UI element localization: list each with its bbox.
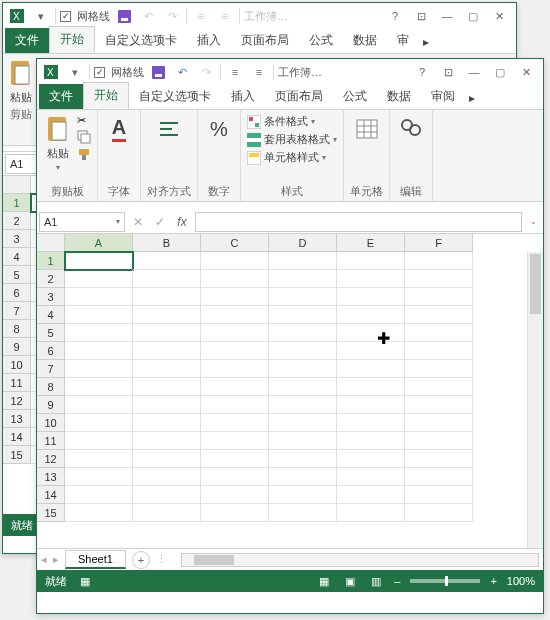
cell[interactable] <box>337 396 405 414</box>
cell[interactable] <box>65 414 133 432</box>
cell[interactable] <box>201 396 269 414</box>
cell[interactable] <box>201 306 269 324</box>
tab-home[interactable]: 开始 <box>83 82 129 109</box>
ribbon-toggle-button[interactable]: ⊡ <box>435 62 461 82</box>
tab-layout[interactable]: 页面布局 <box>265 84 333 109</box>
row-header[interactable]: 6 <box>3 284 31 302</box>
font-button[interactable]: A <box>104 114 134 144</box>
column-header[interactable]: C <box>201 234 269 252</box>
cell[interactable] <box>337 468 405 486</box>
tab-file[interactable]: 文件 <box>5 28 49 53</box>
undo-icon[interactable]: ↶ <box>172 62 192 82</box>
name-box[interactable]: A1▾ <box>39 212 125 232</box>
row-header[interactable]: 4 <box>3 248 31 266</box>
zoom-out-button[interactable]: – <box>394 575 400 587</box>
tab-formula[interactable]: 公式 <box>333 84 377 109</box>
cell[interactable] <box>201 270 269 288</box>
tab-home[interactable]: 开始 <box>49 26 95 53</box>
row-header[interactable]: 12 <box>37 450 65 468</box>
cell[interactable] <box>133 360 201 378</box>
align-center-icon[interactable]: ≡ <box>249 62 269 82</box>
tab-data[interactable]: 数据 <box>377 84 421 109</box>
cell[interactable] <box>405 270 473 288</box>
cell[interactable] <box>201 288 269 306</box>
zoom-slider[interactable] <box>410 579 480 583</box>
gridlines-checkbox[interactable]: ✓ <box>60 11 71 22</box>
view-break-icon[interactable]: ▥ <box>368 575 384 588</box>
cell[interactable] <box>65 306 133 324</box>
cell[interactable] <box>405 360 473 378</box>
row-header[interactable]: 13 <box>37 468 65 486</box>
cell[interactable] <box>201 504 269 522</box>
cell[interactable] <box>337 270 405 288</box>
vertical-scrollbar[interactable] <box>527 252 543 548</box>
cell[interactable] <box>269 414 337 432</box>
row-header[interactable]: 10 <box>3 356 31 374</box>
align-left-icon[interactable]: ≡ <box>225 62 245 82</box>
cell[interactable] <box>65 468 133 486</box>
cell[interactable] <box>133 252 201 270</box>
tab-insert[interactable]: 插入 <box>221 84 265 109</box>
align-left-icon[interactable]: ≡ <box>191 6 211 26</box>
cell[interactable] <box>133 468 201 486</box>
view-layout-icon[interactable]: ▣ <box>342 575 358 588</box>
ribbon-toggle-button[interactable]: ⊡ <box>408 6 434 26</box>
column-header[interactable]: F <box>405 234 473 252</box>
cell[interactable] <box>337 360 405 378</box>
cell[interactable] <box>337 288 405 306</box>
maximize-button[interactable]: ▢ <box>460 6 486 26</box>
row-header[interactable]: 13 <box>3 410 31 428</box>
cell[interactable] <box>65 432 133 450</box>
column-header[interactable]: B <box>133 234 201 252</box>
row-header[interactable]: 5 <box>37 324 65 342</box>
cell[interactable] <box>133 450 201 468</box>
cell[interactable] <box>133 432 201 450</box>
horizontal-scrollbar[interactable] <box>181 553 539 567</box>
fx-icon[interactable]: fx <box>173 215 191 229</box>
cell[interactable] <box>405 342 473 360</box>
tab-review[interactable]: 审 <box>387 28 419 53</box>
save-icon[interactable] <box>114 6 134 26</box>
cell[interactable] <box>337 324 405 342</box>
cell[interactable] <box>201 324 269 342</box>
row-header[interactable]: 14 <box>3 428 31 446</box>
cell-style-button[interactable]: 单元格样式▾ <box>247 150 326 165</box>
cell[interactable] <box>405 486 473 504</box>
column-header[interactable]: D <box>269 234 337 252</box>
qat-dropdown-icon[interactable]: ▾ <box>65 62 85 82</box>
cell[interactable] <box>133 270 201 288</box>
cell[interactable] <box>133 342 201 360</box>
cell[interactable] <box>201 468 269 486</box>
cell[interactable] <box>133 378 201 396</box>
row-header[interactable]: 11 <box>3 374 31 392</box>
cell[interactable] <box>201 378 269 396</box>
cell[interactable] <box>201 252 269 270</box>
row-header[interactable]: 7 <box>3 302 31 320</box>
cells-area[interactable] <box>65 252 543 548</box>
cell[interactable] <box>133 414 201 432</box>
cell[interactable] <box>269 504 337 522</box>
cell[interactable] <box>405 504 473 522</box>
cell[interactable] <box>269 468 337 486</box>
cell[interactable] <box>405 306 473 324</box>
cell[interactable] <box>269 450 337 468</box>
row-header[interactable]: 9 <box>3 338 31 356</box>
tabs-more-icon[interactable]: ▸ <box>465 87 479 109</box>
view-normal-icon[interactable]: ▦ <box>316 575 332 588</box>
cell[interactable] <box>133 306 201 324</box>
cell[interactable] <box>201 486 269 504</box>
cell[interactable] <box>201 414 269 432</box>
cell[interactable] <box>269 432 337 450</box>
editing-button[interactable] <box>396 114 426 144</box>
sheet-nav-prev-icon[interactable]: ◂ <box>41 553 47 566</box>
row-header[interactable]: 6 <box>37 342 65 360</box>
zoom-value[interactable]: 100% <box>507 575 535 587</box>
cut-icon[interactable]: ✂ <box>77 114 91 127</box>
zoom-in-button[interactable]: + <box>490 575 496 587</box>
cell[interactable] <box>269 396 337 414</box>
row-header[interactable]: 10 <box>37 414 65 432</box>
cell[interactable] <box>337 342 405 360</box>
row-header[interactable]: 15 <box>37 504 65 522</box>
gridlines-checkbox[interactable]: ✓ <box>94 67 105 78</box>
tab-data[interactable]: 数据 <box>343 28 387 53</box>
